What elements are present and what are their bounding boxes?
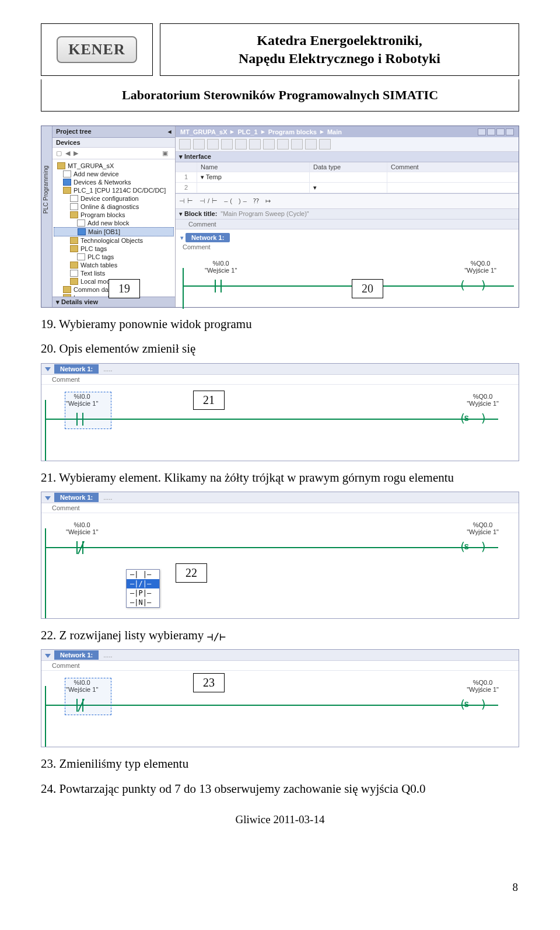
- block-comment-row: Comment: [176, 220, 519, 229]
- network-panel-23: Network 1:..... Comment %I0.0"Wejście 1"…: [41, 649, 519, 747]
- page-icon: [70, 195, 78, 202]
- project-tree[interactable]: MT_GRUPA_sXAdd new deviceDevices & Netwo…: [52, 159, 175, 297]
- tree-item[interactable]: Watch tables: [54, 261, 174, 269]
- page-icon: [70, 203, 78, 210]
- folder-icon: [63, 294, 71, 297]
- ladder-toolbar[interactable]: ⊣⊢ ⊣/⊢ –( )– ⁇ ↦: [176, 194, 519, 209]
- step-20-text: 20. Opis elementów zmienił się: [41, 340, 519, 357]
- step-19-text: 19. Wybieramy ponownie widok programu: [41, 316, 519, 332]
- tree-item-label: Technological Objects: [80, 237, 143, 244]
- blue-icon: [78, 228, 86, 235]
- tree-item[interactable]: Device configuration: [54, 194, 174, 203]
- tree-item-label: PLC_1 [CPU 1214C DC/DC/DC]: [74, 187, 166, 194]
- interface-bar[interactable]: ▾ Interface: [176, 152, 519, 162]
- tree-item[interactable]: Main [OB1]: [54, 227, 174, 236]
- side-tab-label: PLC Programming: [43, 166, 49, 214]
- editor-toolbar[interactable]: [176, 137, 519, 152]
- tree-item[interactable]: Add new device: [54, 170, 174, 178]
- header-row: KENER Katedra Energoelektroniki, Napędu …: [41, 23, 519, 76]
- selection-box: [65, 392, 111, 429]
- tree-item[interactable]: PLC tags: [54, 245, 174, 253]
- set-coil[interactable]: ( )S: [459, 413, 487, 423]
- step-22-text: 22. Z rozwijanej listy wybieramy ⊣/⊢: [41, 627, 519, 643]
- output-name: "Wyjście 1": [464, 267, 496, 274]
- dropdown-item[interactable]: –|/|–: [127, 579, 159, 588]
- step-21-text: 21. Wybieramy element. Klikamy na żółty …: [41, 469, 519, 486]
- project-tree-title: Project tree◂: [52, 126, 175, 138]
- tree-item[interactable]: Program blocks: [54, 211, 174, 219]
- callout-22: 22: [176, 563, 207, 583]
- logo-box: KENER: [41, 23, 153, 76]
- callout-19: 19: [108, 279, 140, 298]
- folder-icon: [70, 245, 78, 252]
- tree-item-label: PLC tags: [88, 253, 114, 260]
- network-block[interactable]: ▾ Network 1: Comment %I0.0 "Wejście 1" %…: [176, 229, 519, 317]
- editor-pane: MT_GRUPA_sX▸ PLC_1▸ Program blocks▸ Main…: [176, 126, 519, 307]
- tree-item[interactable]: MT_GRUPA_sX: [54, 162, 174, 170]
- step-23-text: 23. Zmieniliśmy typ elementu: [41, 755, 519, 772]
- footer-center: Gliwice 2011-03-14: [41, 813, 519, 826]
- contact-type-dropdown[interactable]: –| |––|/|––|P|––|N|–: [126, 569, 160, 608]
- page-number: 8: [513, 881, 519, 894]
- network-panel-21: Network 1:..... Comment %I0.0"Wejście 1"…: [41, 363, 519, 461]
- tree-item-label: Device configuration: [80, 195, 139, 202]
- tree-item-label: PLC tags: [80, 245, 107, 252]
- tree-item-label: Devices & Networks: [74, 179, 131, 186]
- network-title: Network 1:: [186, 233, 230, 242]
- callout-20: 20: [352, 279, 383, 298]
- tree-item-label: Main [OB1]: [88, 228, 120, 235]
- dropdown-item[interactable]: –|P|–: [127, 588, 159, 598]
- logo: KENER: [57, 36, 136, 63]
- breadcrumb: MT_GRUPA_sX▸ PLC_1▸ Program blocks▸ Main: [176, 126, 519, 137]
- tree-item-label: Online & diagnostics: [80, 203, 139, 210]
- window-buttons[interactable]: [478, 128, 514, 135]
- block-title-row[interactable]: ▾ Block title:"Main Program Sweep (Cycle…: [176, 209, 519, 220]
- tree-item-label: Common data: [74, 286, 114, 293]
- input-address: %I0.0: [213, 260, 229, 267]
- tree-item[interactable]: Technological Objects: [54, 236, 174, 245]
- side-tab[interactable]: PLC Programming: [41, 126, 52, 307]
- page-icon: [70, 270, 78, 277]
- no-contact[interactable]: [215, 280, 222, 292]
- step-24-text: 24. Powtarzając punkty od 7 do 13 obserw…: [41, 781, 519, 797]
- tree-item[interactable]: PLC tags: [54, 253, 174, 261]
- tree-item[interactable]: Text lists: [54, 269, 174, 277]
- folder-icon: [70, 278, 78, 285]
- input-name: "Wejście 1": [205, 267, 237, 274]
- tree-item-label: Program blocks: [80, 211, 125, 218]
- output-coil[interactable]: ( ): [459, 280, 487, 290]
- nc-contact-symbol: ⊣/⊢: [207, 632, 226, 642]
- page-icon: [63, 170, 71, 177]
- tree-item[interactable]: PLC_1 [CPU 1214C DC/DC/DC]: [54, 186, 174, 194]
- network-comment: Comment: [183, 243, 514, 250]
- blue-icon: [63, 179, 71, 186]
- header-subtitle: Laboratorium Sterowników Programowalnych…: [41, 79, 519, 112]
- tree-item[interactable]: Add new block: [54, 219, 174, 227]
- folder-icon: [70, 237, 78, 244]
- page-icon: [77, 220, 85, 227]
- folder-icon: [57, 162, 65, 169]
- tree-item-label: Watch tables: [80, 262, 117, 269]
- ladder-rung[interactable]: %I0.0 "Wejście 1" %Q0.0 "Wyjście 1" ( ): [183, 256, 514, 309]
- tia-portal-screenshot: PLC Programming Project tree◂ Devices ▢◀…: [41, 126, 519, 308]
- tree-item[interactable]: Online & diagnostics: [54, 203, 174, 211]
- interface-grid[interactable]: Name Data type Comment 1 ▾ Temp 2 ▾: [176, 162, 519, 194]
- set-coil-2[interactable]: ( )S: [459, 541, 487, 552]
- page-icon: [77, 253, 85, 260]
- devices-label: Devices: [52, 138, 175, 148]
- set-coil-3[interactable]: ( )S: [459, 699, 487, 709]
- folder-icon: [63, 187, 71, 194]
- header-title: Katedra Energoelektroniki, Napędu Elektr…: [160, 23, 519, 76]
- selection-box-23: [65, 678, 111, 715]
- tree-toolbar[interactable]: ▢◀▶▣: [52, 148, 175, 159]
- dropdown-item[interactable]: –|N|–: [127, 598, 159, 607]
- dropdown-item[interactable]: –| |–: [127, 570, 159, 579]
- folder-icon: [70, 262, 78, 269]
- nc-contact[interactable]: [76, 541, 83, 554]
- folder-icon: [70, 211, 78, 218]
- callout-23: 23: [193, 673, 225, 692]
- tree-item-label: Add new device: [74, 170, 119, 177]
- tree-item[interactable]: Devices & Networks: [54, 178, 174, 186]
- folder-icon: [63, 286, 71, 293]
- network-panel-22: Network 1:..... Comment %I0.0"Wejście 1"…: [41, 492, 519, 619]
